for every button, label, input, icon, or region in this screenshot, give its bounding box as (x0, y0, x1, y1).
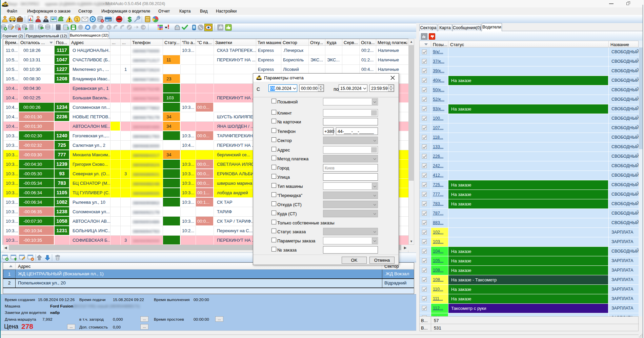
svg-text:1: 1 (76, 17, 78, 21)
svg-text:$: $ (67, 26, 69, 30)
svg-text:$: $ (128, 16, 132, 23)
